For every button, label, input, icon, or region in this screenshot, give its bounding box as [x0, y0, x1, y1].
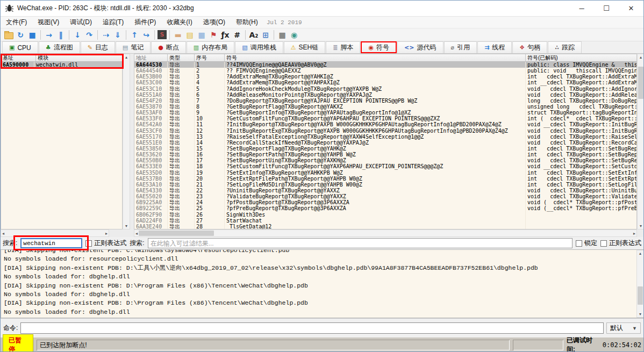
scrollbar-thumb[interactable] — [638, 286, 643, 305]
symbol-row[interactable]: 6AE53C10导出5?AddIgnoreHookCheckModule@TXB… — [134, 86, 636, 92]
maximize-button[interactable]: ☐ — [594, 1, 619, 16]
tab-references[interactable]: ⌀引用 — [444, 41, 477, 53]
symbol-row[interactable]: 6AE537B0导出20?SetExtRptFilePath@TXBugRepo… — [134, 176, 636, 182]
symbol-row[interactable]: 6AE53C00导出4?AddExtraMem@TXBugReport@@YAH… — [134, 80, 636, 85]
skip-icon[interactable]: ⇢ — [101, 30, 111, 40]
symbol-row[interactable]: 6AE54F20导出7?DoBugReport@TXBugReport@@YAJ… — [134, 98, 636, 104]
scroll-up-icon[interactable]: ▴ — [124, 54, 128, 60]
symbol-row[interactable]: 6AE551E0导出14?RecordCallStackIfNeed@TXBug… — [134, 140, 636, 146]
menu-item-v[interactable]: 视图(V) — [32, 17, 65, 28]
symbol-row[interactable]: 6AE53620导出16?SetBugReportPath@TXBugRepor… — [134, 152, 636, 157]
scroll-right-icon[interactable]: ▸ — [632, 231, 636, 236]
regex-checkbox[interactable]: 正则表达式 — [85, 239, 126, 248]
hash-icon[interactable]: # — [232, 30, 242, 40]
tab-notes[interactable]: ▤笔记 — [116, 41, 151, 53]
tab-symbols[interactable]: ◉符号 — [361, 41, 397, 53]
az-icon[interactable]: A₂ — [248, 30, 259, 40]
log-vertical-scrollbar[interactable]: ▴ ▾ — [636, 250, 644, 318]
comment-icon[interactable]: ▤ — [184, 30, 195, 40]
symbols-vertical-scrollbar[interactable]: ▴ ▾ — [637, 54, 644, 229]
menu-item-o[interactable]: 选项(O) — [198, 17, 231, 28]
checkbox-icon[interactable] — [600, 240, 607, 247]
scroll-down-icon[interactable]: ▾ — [639, 223, 643, 229]
symbol-row[interactable]: 6AA3E240导出28_TlsGetData@12 — [134, 224, 636, 229]
tab-script[interactable]: ≣脚本 — [326, 41, 360, 53]
checkbox-icon[interactable] — [576, 240, 582, 247]
symbol-row[interactable]: 6AE53AF0导出9?GetBugReportInfo@TXBugReport… — [134, 110, 636, 116]
menu-item-h[interactable]: 帮助(H) — [231, 17, 263, 28]
restart-icon[interactable]: ↻ — [15, 30, 26, 40]
symbol-row[interactable]: 6AE54330导出22?UninitBugReport@TXBugReport… — [134, 188, 636, 193]
run-icon[interactable]: → — [44, 30, 54, 40]
symbols-header-decorated[interactable]: 符号(已解码) — [526, 54, 636, 61]
lock-checkbox[interactable]: 锁定 — [576, 239, 597, 248]
symbols-header-ordinal[interactable]: 序号 — [195, 54, 225, 61]
step-into-icon[interactable]: ↓ — [72, 30, 83, 40]
symbol-row[interactable]: 6B9225A0导出24?pfPostBugReport@TXBugReport… — [134, 199, 636, 205]
menu-item-p[interactable]: 插件(P) — [129, 17, 161, 28]
symbol-row[interactable]: 6A644540导出2??_FIMVQQEngine@@QAEXXZpublic… — [134, 68, 636, 74]
symbol-filter-input[interactable] — [148, 238, 573, 248]
symbol-row[interactable]: 6AE550B0导出17?SetBugReportUin@TXBugReport… — [134, 157, 636, 163]
symbols-horizontal-scrollbar[interactable]: ◂ ▸ — [134, 229, 637, 237]
module-row[interactable]: 6A590000wechatwin.dll — [1, 62, 122, 68]
function-icon[interactable]: ƒx — [220, 30, 231, 40]
module-search-input[interactable] — [20, 238, 82, 248]
tab-cpu[interactable]: ▣CPU — [2, 41, 38, 53]
menu-item-d[interactable]: 调试(D) — [65, 17, 97, 28]
menu-item-i[interactable]: 收藏夹(I) — [161, 17, 197, 28]
symbol-row[interactable]: 6AE533E0导出18?SetCustomFiltFunc@TXBugRepo… — [134, 163, 636, 169]
pause-icon[interactable]: ‖ — [55, 30, 66, 40]
tab-trace[interactable]: ∴跟踪 — [548, 41, 582, 53]
modules-header-module[interactable]: 模块 — [36, 54, 122, 61]
label-icon[interactable]: ▦ — [196, 30, 207, 40]
step-over-icon[interactable]: ↷ — [84, 30, 95, 40]
symbols-header-type[interactable]: 类型 — [168, 54, 195, 61]
scroll-down-icon[interactable]: ▾ — [638, 311, 642, 317]
close-button[interactable]: ✕ — [619, 1, 643, 16]
calculator-icon[interactable]: ▦ — [277, 30, 288, 40]
symbol-row[interactable]: 6AE55170导出13?RaiseSelfFatalException@TXB… — [134, 134, 636, 140]
symbol-row[interactable]: 6AE535D0导出19?SetExtInfo@TXBugReport@@YAH… — [134, 170, 636, 176]
globe-icon[interactable]: ◉ — [289, 30, 299, 40]
modules-header-base[interactable]: 基址 — [1, 54, 36, 61]
symbol-row[interactable]: 6AE533F0导出10?GetCustomFiltFunc@TXBugRepo… — [134, 116, 636, 121]
stop-icon[interactable]: ■ — [27, 30, 38, 40]
symbol-row[interactable]: 6AE55020导出23?ValidateBugReport@TXBugRepo… — [134, 193, 636, 199]
minimize-button[interactable]: ─ — [569, 1, 594, 16]
modules-vertical-scrollbar[interactable]: ▴ ▾ — [123, 54, 130, 229]
tab-threads[interactable]: ⇉线程 — [477, 41, 512, 53]
symbol-row[interactable]: 6AE53CF0导出12?InitBugReportEx@TXBugReport… — [134, 128, 636, 134]
symbols-header-address[interactable]: 地址 — [134, 54, 168, 61]
tab-log[interactable]: ✎日志 — [81, 41, 115, 53]
run-until-return-icon[interactable]: ⇓ — [112, 30, 123, 40]
symbol-row[interactable]: 6AE53B00导出3?AddExtraMem@TXBugReport@@YAH… — [134, 74, 636, 80]
symbol-row[interactable]: 6AE53850导出15?SetBugReportFlag@TXBugRepor… — [134, 146, 636, 152]
symbol-row[interactable]: 6AE53A10导出21?SetLogFileMd5Dir@TXBugRepor… — [134, 182, 636, 188]
scrollbar-thumb[interactable] — [638, 67, 643, 99]
patch-icon[interactable]: ▬ — [173, 30, 183, 40]
step-out-icon[interactable]: ↑ — [129, 30, 140, 40]
scroll-right-icon[interactable]: ▸ — [104, 231, 109, 236]
checkbox-icon[interactable] — [85, 240, 92, 247]
symbol-row[interactable]: 6AE542A0导出11?InitBugReport@TXBugReport@@… — [134, 121, 636, 127]
tab-call-stack[interactable]: ▧调用堆栈 — [235, 41, 283, 53]
regex2-checkbox[interactable]: 正则表达式 — [600, 239, 641, 248]
scroll-up-icon[interactable]: ▴ — [638, 250, 642, 256]
menu-item-f[interactable]: 文件(F) — [1, 17, 32, 28]
symbol-row[interactable]: 6AD224F0导出27StartWachat — [134, 218, 636, 224]
symbol-row[interactable]: 6B92259C导出25?pfPreBugReport@TXBugReport@… — [134, 205, 636, 211]
open-file-icon[interactable] — [3, 30, 14, 40]
tab-handles[interactable]: ❖句柄 — [512, 41, 547, 53]
tab-memory-map[interactable]: ▥内存布局 — [187, 41, 234, 53]
symbol-row[interactable]: 6B062F90导出26SignWith3Des — [134, 212, 636, 218]
bookmark-icon[interactable]: ⚑ — [208, 30, 219, 40]
scrollbar-thumb[interactable] — [139, 231, 214, 236]
tab-breakpoints[interactable]: ●断点 — [151, 41, 186, 53]
modules-icon[interactable]: ⊞ — [260, 30, 271, 40]
tab-source[interactable]: <>源代码 — [397, 41, 443, 53]
script-s-icon[interactable]: S — [158, 30, 167, 39]
symbol-row[interactable]: 6A644530导出1??4IMVQQEngine@@QAEAAV0@ABV0@… — [134, 62, 636, 68]
scroll-left-icon[interactable]: ◂ — [1, 231, 5, 236]
tab-graph[interactable]: ♣流程图 — [39, 41, 80, 53]
